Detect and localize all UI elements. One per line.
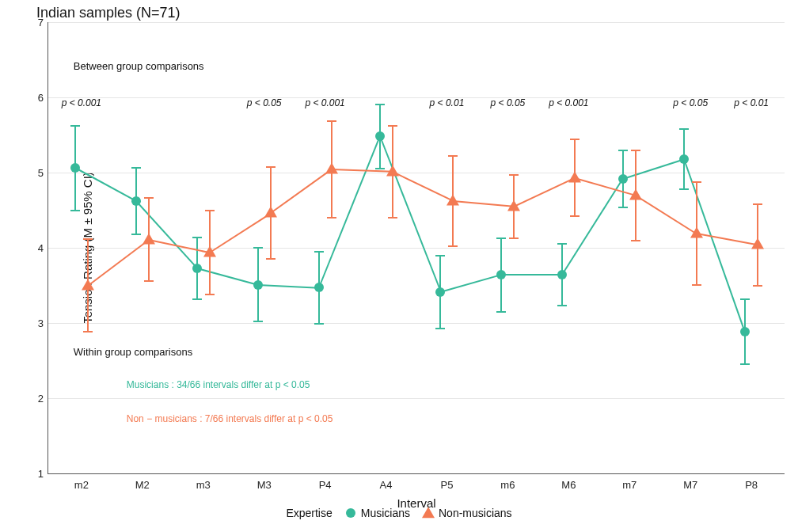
error-bar-cap <box>144 197 154 199</box>
error-bar-cap <box>496 311 506 313</box>
error-bar-cap <box>327 217 336 218</box>
series-line-segment <box>379 136 442 292</box>
x-tick-label: m7 <box>622 479 636 491</box>
y-tick-label: 4 <box>25 242 44 254</box>
error-bar-cap <box>83 238 93 240</box>
error-bar-cap <box>266 166 276 168</box>
y-tick-label: 2 <box>25 393 44 405</box>
legend-item-musicians: Musicians <box>345 507 410 519</box>
circle-marker-icon <box>375 131 385 141</box>
series-line-segment <box>453 200 514 207</box>
plot-area: Tension Rating (M ± 95% CI) Interval 123… <box>48 22 785 474</box>
error-bar-cap <box>509 238 519 239</box>
x-tick-label: M3 <box>257 479 272 491</box>
y-tick-label: 7 <box>25 17 44 28</box>
p-value-label: p < 0.01 <box>430 97 465 108</box>
series-line-segment <box>258 284 319 289</box>
series-line-segment <box>623 158 685 180</box>
triangle-marker-icon <box>203 245 216 256</box>
y-tick-label: 3 <box>25 317 44 329</box>
error-bar-cap <box>314 323 324 325</box>
series-line-segment <box>392 171 454 202</box>
error-bar-cap <box>618 207 628 208</box>
series-line-segment <box>561 178 624 276</box>
gridline <box>48 22 785 23</box>
series-line-segment <box>196 268 257 286</box>
error-bar-cap <box>509 174 519 176</box>
error-bar-cap <box>692 284 701 286</box>
legend: Expertise Musicians Non-musicians <box>0 507 798 519</box>
x-tick-label: m3 <box>196 479 211 491</box>
legend-title: Expertise <box>286 507 332 519</box>
within-group-title: Within group comparisons <box>74 346 192 358</box>
series-line-segment <box>501 274 562 276</box>
error-bar-cap <box>570 139 580 140</box>
triangle-marker-icon <box>386 165 399 177</box>
series-line-segment <box>697 233 758 245</box>
circle-marker-icon <box>314 283 324 292</box>
error-bar-cap <box>557 243 567 245</box>
legend-label-musicians: Musicians <box>361 507 410 519</box>
gridline <box>48 248 785 249</box>
legend-item-nonmusicians: Non-musicians <box>423 507 512 519</box>
error-bar-cap <box>679 188 689 190</box>
error-bar-cap <box>253 321 263 322</box>
chart-title: Indian samples (N=71) <box>36 5 180 21</box>
circle-marker-icon <box>618 174 628 184</box>
error-bar-cap <box>631 150 640 151</box>
error-bar-cap <box>570 215 580 217</box>
x-tick-label: P4 <box>319 479 332 491</box>
circle-marker-icon <box>253 280 263 290</box>
error-bar-cap <box>375 168 385 169</box>
x-tick-label: A4 <box>380 479 393 491</box>
error-bar-cap <box>448 155 458 157</box>
triangle-marker-icon <box>446 195 459 206</box>
y-tick-label: 5 <box>25 167 44 179</box>
series-line-segment <box>149 239 210 253</box>
error-bar-cap <box>205 294 215 295</box>
error-bar-cap <box>740 298 750 300</box>
error-bar-cap <box>557 305 567 306</box>
p-value-label: p < 0.001 <box>62 97 101 108</box>
series-line-segment <box>87 239 149 287</box>
error-bar-cap <box>314 251 324 253</box>
triangle-marker-icon <box>423 507 434 519</box>
series-line-segment <box>270 169 332 214</box>
error-bar-cap <box>435 255 445 256</box>
gridline <box>48 398 785 399</box>
error-bar-cap <box>740 363 750 365</box>
p-value-label: p < 0.05 <box>491 97 526 108</box>
error-bar-cap <box>131 167 141 169</box>
error-bar-cap <box>253 247 263 249</box>
error-bar-cap <box>327 120 336 122</box>
error-bar-cap <box>192 237 202 238</box>
error-bar-cap <box>692 181 701 183</box>
within-nonmusicians-text: Non − musicians : 7/66 intervals differ … <box>127 413 333 424</box>
triangle-marker-icon <box>690 227 703 238</box>
circle-marker-icon <box>679 154 689 164</box>
circle-marker-icon <box>345 507 356 519</box>
triangle-marker-icon <box>507 200 520 211</box>
series-line-segment <box>318 136 381 288</box>
error-bar-cap <box>679 128 689 130</box>
series-line-segment <box>683 159 746 332</box>
series-line-segment <box>636 195 697 234</box>
within-musicians-text: Musicians : 34/66 intervals differ at p … <box>127 379 310 390</box>
gridline <box>48 173 785 173</box>
error-bar-cap <box>753 285 762 287</box>
series-line-segment <box>514 177 576 207</box>
error-bar-cap <box>435 328 445 329</box>
chart-container: Indian samples (N=71) Tension Rating (M … <box>0 0 798 532</box>
p-value-label: p < 0.001 <box>549 97 588 108</box>
y-tick-label: 1 <box>25 468 44 480</box>
x-tick-label: P5 <box>441 479 454 491</box>
circle-marker-icon <box>740 327 750 336</box>
x-tick-label: M2 <box>135 479 150 491</box>
error-bar-cap <box>631 240 640 241</box>
gridline <box>48 323 785 324</box>
x-tick-label: m2 <box>74 479 89 491</box>
triangle-marker-icon <box>82 279 94 290</box>
circle-marker-icon <box>192 264 202 273</box>
circle-marker-icon <box>435 287 445 297</box>
series-line-segment <box>440 274 501 293</box>
